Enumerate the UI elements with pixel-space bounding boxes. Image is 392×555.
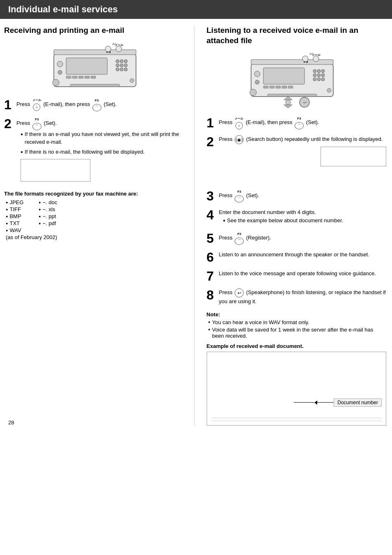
right-f3-icon-5: F3 ⌒ bbox=[235, 232, 244, 245]
svg-rect-13 bbox=[78, 76, 83, 78]
file-formats-heading: The file formats recognized by your fax … bbox=[4, 191, 186, 197]
right-step-4: 4 Enter the document number with 4 digit… bbox=[207, 208, 387, 226]
svg-marker-55 bbox=[284, 105, 292, 108]
speakerphone-icon: ↩ bbox=[235, 288, 244, 297]
format-jpeg: JPEG bbox=[6, 199, 39, 205]
title-text: Individual e-mail services bbox=[8, 4, 118, 14]
left-step-2: 2 Press F3 ⌒ (Set). If there is an e-mai… bbox=[4, 117, 186, 185]
right-step-num-8: 8 bbox=[207, 288, 217, 302]
svg-point-34 bbox=[321, 74, 325, 77]
left-step-1: 1 Press メール ○ (E-mail), then press F3 ⌒ … bbox=[4, 98, 186, 111]
right-step-8-content: Press ↩ (Speakerphone) to finish listeni… bbox=[219, 288, 387, 306]
right-step-7: 7 Listen to the voice message and operat… bbox=[207, 269, 387, 283]
right-f3-icon-1: F3 ⌒ bbox=[295, 116, 304, 129]
right-step-6: 6 Listen to an announcement through the … bbox=[207, 251, 387, 264]
right-step-3-content: Press F3 ⌒ (Set). bbox=[219, 189, 387, 203]
right-step-8: 8 Press ↩ (Speakerphone) to finish liste… bbox=[207, 288, 387, 306]
svg-marker-54 bbox=[284, 97, 292, 100]
svg-point-16 bbox=[57, 61, 63, 67]
svg-point-37 bbox=[321, 78, 325, 81]
note-section: Note: You can hear a voice in WAV format… bbox=[207, 311, 387, 339]
display-box-left bbox=[21, 159, 90, 182]
svg-rect-40 bbox=[276, 86, 281, 88]
note-label: Note: bbox=[207, 311, 387, 318]
svg-rect-38 bbox=[263, 86, 268, 88]
svg-point-7 bbox=[124, 64, 127, 67]
svg-rect-18 bbox=[54, 50, 136, 55]
page-number: 28 bbox=[8, 419, 14, 426]
svg-point-2 bbox=[116, 60, 119, 63]
step-2-bullet-1: If there is an e-mail you have not viewe… bbox=[21, 130, 186, 146]
svg-point-50 bbox=[313, 56, 319, 62]
email-icon: メール ○ bbox=[32, 98, 41, 111]
doc-number-label: Document number bbox=[334, 398, 382, 407]
right-step-num-7: 7 bbox=[207, 269, 217, 283]
left-column: Receiving and printing an e-mail bbox=[4, 25, 194, 426]
right-step-1: 1 Press メール ○ (E-mail), then press F3 ⌒ … bbox=[207, 116, 387, 129]
fax-illustration-right: F3 ル/ メール ↩ bbox=[207, 51, 387, 109]
step-2-content: Press F3 ⌒ (Set). If there is an e-mail … bbox=[16, 117, 186, 185]
right-step-5-content: Press F3 ⌒ (Register). bbox=[219, 232, 387, 245]
svg-point-17 bbox=[58, 70, 62, 74]
svg-point-23 bbox=[116, 46, 122, 52]
format-ppt: ~. ppt bbox=[39, 213, 71, 219]
right-step-4-content: Enter the document number with 4 digits.… bbox=[219, 208, 387, 226]
fax-illustration-left: F3 メール ル/ bbox=[4, 41, 186, 91]
svg-rect-28 bbox=[263, 68, 304, 84]
svg-rect-1 bbox=[66, 58, 107, 74]
svg-rect-11 bbox=[66, 76, 71, 78]
svg-point-8 bbox=[116, 68, 119, 71]
formats-grid: JPEG ~. doc TIFF ~. xls BMP ~. ppt TXT ~… bbox=[6, 199, 186, 226]
right-step-num-5: 5 bbox=[207, 232, 217, 245]
format-doc: ~. doc bbox=[39, 199, 71, 205]
right-step-num-1: 1 bbox=[207, 116, 217, 129]
svg-rect-51 bbox=[267, 94, 317, 97]
right-step-num-2: 2 bbox=[207, 135, 217, 148]
svg-point-5 bbox=[116, 64, 119, 67]
note-bullet-1: You can hear a voice in WAV format only. bbox=[208, 319, 387, 325]
svg-point-52 bbox=[327, 88, 331, 92]
svg-point-43 bbox=[254, 71, 260, 77]
svg-point-10 bbox=[124, 68, 127, 71]
svg-point-4 bbox=[124, 60, 127, 63]
file-formats-section: The file formats recognized by your fax … bbox=[4, 191, 186, 240]
format-bmp: BMP bbox=[6, 213, 39, 219]
f3-icon: F3 ⌒ bbox=[92, 98, 101, 111]
display-box-right-step2 bbox=[321, 147, 386, 166]
example-box: Document number bbox=[207, 352, 387, 426]
right-step-6-content: Listen to an announcement through the sp… bbox=[219, 251, 387, 259]
right-email-icon: メール ○ bbox=[235, 117, 243, 129]
right-step-5: 5 Press F3 ⌒ (Register). bbox=[207, 232, 387, 245]
svg-point-29 bbox=[313, 69, 316, 73]
svg-point-3 bbox=[120, 60, 123, 63]
svg-point-53 bbox=[250, 89, 256, 96]
page-title: Individual e-mail services bbox=[0, 0, 392, 19]
svg-point-9 bbox=[120, 68, 123, 71]
svg-rect-14 bbox=[85, 76, 90, 78]
svg-point-20 bbox=[105, 46, 111, 52]
right-step-num-4: 4 bbox=[207, 208, 217, 221]
left-section-title: Receiving and printing an e-mail bbox=[4, 25, 186, 36]
svg-rect-12 bbox=[72, 76, 77, 78]
svg-rect-15 bbox=[91, 76, 96, 78]
svg-point-6 bbox=[120, 64, 123, 67]
svg-rect-45 bbox=[251, 60, 333, 64]
format-pdf: ~. pdf bbox=[39, 220, 71, 226]
format-wav: WAV bbox=[6, 227, 186, 233]
search-icon: ⟨◉⟩ bbox=[235, 135, 244, 144]
svg-point-30 bbox=[317, 69, 321, 73]
example-label: Example of received e-mail document. bbox=[207, 343, 387, 349]
right-step-1-content: Press メール ○ (E-mail), then press F3 ⌒ (S… bbox=[219, 116, 387, 129]
svg-text:ル/: ル/ bbox=[112, 42, 116, 45]
right-column: Listening to a received voice e-mail in … bbox=[203, 25, 388, 426]
step-4-bullet: See the example below about document num… bbox=[223, 216, 387, 225]
note-bullet-2: Voice data will be saved for 1 week in t… bbox=[208, 327, 387, 339]
svg-rect-41 bbox=[282, 86, 287, 88]
step-number-1: 1 bbox=[4, 98, 14, 111]
svg-text:↩: ↩ bbox=[303, 100, 307, 105]
format-txt: TXT bbox=[6, 220, 39, 226]
right-step-7-content: Listen to the voice message and operate … bbox=[219, 269, 387, 278]
svg-point-44 bbox=[255, 80, 259, 84]
svg-point-47 bbox=[302, 56, 308, 62]
svg-point-35 bbox=[313, 78, 316, 81]
